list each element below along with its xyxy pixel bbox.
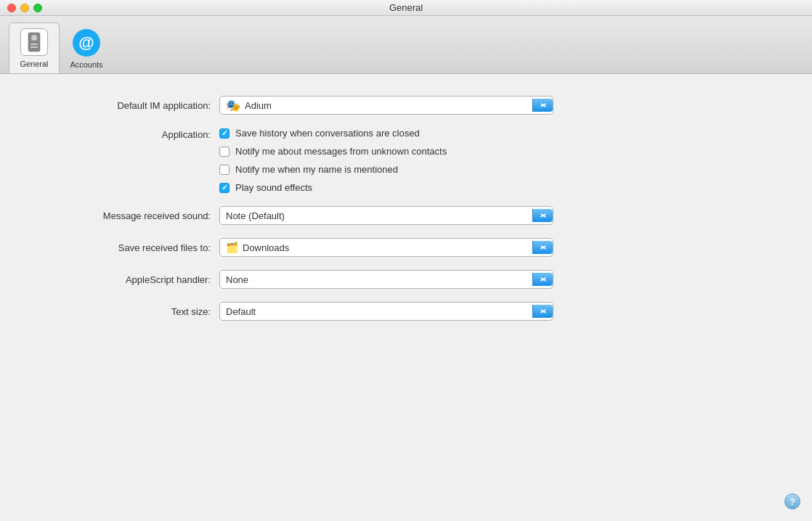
message-sound-label: Message received sound: — [44, 210, 211, 221]
tab-general-label: General — [20, 60, 48, 68]
text-size-arrow — [532, 305, 553, 318]
text-size-row: Text size: Default — [44, 302, 768, 321]
checkbox-notify-unknown[interactable]: Notify me about messages from unknown co… — [219, 146, 447, 157]
save-files-value: Downloads — [243, 242, 532, 253]
message-sound-arrow — [532, 209, 553, 222]
general-icon — [20, 28, 49, 57]
downloads-folder-icon: 🗂️ — [226, 242, 238, 253]
checkbox-save-history[interactable]: Save history when conversations are clos… — [219, 128, 447, 139]
save-files-select[interactable]: 🗂️ Downloads — [219, 238, 553, 257]
minimize-button[interactable] — [20, 4, 29, 12]
text-size-label: Text size: — [44, 306, 211, 317]
message-sound-select[interactable]: Note (Default) — [219, 206, 553, 225]
notify-mention-checkbox[interactable] — [219, 165, 230, 175]
main-content: Default IM application: 🎭 Adium Applicat… — [0, 74, 812, 521]
checkbox-group: Save history when conversations are clos… — [219, 128, 447, 193]
help-button[interactable]: ? — [784, 493, 800, 509]
svg-rect-2 — [31, 44, 38, 45]
title-bar: General — [0, 0, 812, 16]
window-title: General — [389, 2, 423, 13]
application-row: Application: Save history when conversat… — [44, 128, 768, 193]
application-label: Application: — [44, 128, 211, 140]
save-history-label: Save history when conversations are clos… — [235, 128, 420, 139]
default-im-label: Default IM application: — [44, 100, 211, 111]
default-im-row: Default IM application: 🎭 Adium — [44, 96, 768, 115]
checkbox-notify-mention[interactable]: Notify me when my name is mentioned — [219, 164, 447, 175]
play-sound-checkbox[interactable] — [219, 183, 230, 193]
accounts-icon: @ — [72, 28, 101, 57]
applescript-row: AppleScript handler: None — [44, 270, 768, 289]
notify-mention-label: Notify me when my name is mentioned — [235, 164, 398, 175]
notify-unknown-checkbox[interactable] — [219, 147, 230, 157]
default-im-value: Adium — [245, 100, 532, 111]
tab-accounts[interactable]: @ Accounts — [61, 24, 112, 73]
toolbar: General @ Accounts — [0, 16, 812, 74]
tab-general[interactable]: General — [9, 22, 60, 73]
message-sound-row: Message received sound: Note (Default) — [44, 206, 768, 225]
save-files-row: Save received files to: 🗂️ Downloads — [44, 238, 768, 257]
default-im-select[interactable]: 🎭 Adium — [219, 96, 553, 115]
svg-rect-3 — [31, 46, 38, 48]
play-sound-label: Play sound effects — [235, 182, 312, 193]
traffic-lights — [7, 4, 42, 12]
close-button[interactable] — [7, 4, 16, 12]
applescript-arrow — [532, 273, 553, 286]
text-size-select[interactable]: Default — [219, 302, 553, 321]
adium-icon: 🎭 — [226, 99, 240, 112]
applescript-label: AppleScript handler: — [44, 274, 211, 285]
message-sound-value: Note (Default) — [226, 210, 532, 221]
save-history-checkbox[interactable] — [219, 128, 230, 139]
notify-unknown-label: Notify me about messages from unknown co… — [235, 146, 447, 157]
save-files-arrow — [532, 241, 553, 254]
applescript-select[interactable]: None — [219, 270, 553, 289]
checkbox-play-sound[interactable]: Play sound effects — [219, 182, 447, 193]
applescript-value: None — [226, 274, 532, 285]
tab-accounts-label: Accounts — [70, 60, 102, 69]
svg-point-1 — [31, 35, 37, 41]
maximize-button[interactable] — [33, 4, 42, 12]
default-im-arrow — [532, 99, 553, 112]
save-files-label: Save received files to: — [44, 242, 211, 253]
text-size-value: Default — [226, 306, 532, 317]
